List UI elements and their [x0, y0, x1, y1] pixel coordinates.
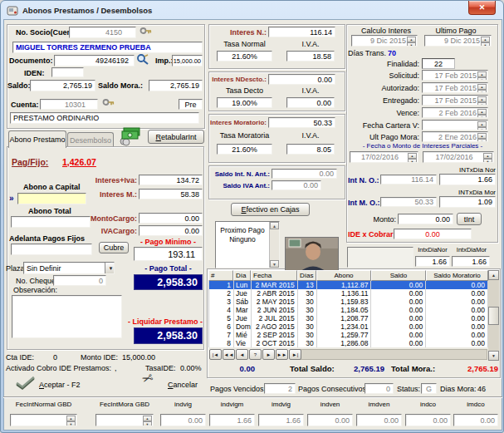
schedule-row[interactable]: 2Jue2 ABR 2015301,136.110.000.00: [209, 289, 488, 298]
spinner-buttons[interactable]: ▴▾: [483, 153, 492, 161]
ult-pago-mora-spinner[interactable]: 2 Ene 2016▴▾: [422, 131, 488, 142]
column-header[interactable]: Abono: [316, 270, 371, 281]
autorizado-spinner[interactable]: 17 Feb 2015▴▾: [422, 82, 488, 93]
parcial-fecha1-spinner[interactable]: 17/02/2016▴▾: [350, 151, 418, 163]
close-button[interactable]: ✕: [468, 1, 496, 15]
monto-cargo-field: 0.00: [139, 213, 203, 224]
imp-field[interactable]: 15,000.00: [172, 55, 203, 66]
vence-spinner[interactable]: 2 Feb 2016▴▾: [422, 107, 488, 118]
parcial-fecha2-spinner[interactable]: 17/02/2016▴▾: [423, 151, 494, 163]
entregado-spinner[interactable]: 17 Feb 2015▴▾: [422, 95, 488, 106]
cta-ide-value: 0: [41, 353, 57, 362]
search-key-icon[interactable]: [136, 53, 150, 66]
spinner-buttons[interactable]: ▴▾: [477, 96, 487, 104]
scroll-down-icon[interactable]: ▼: [270, 260, 279, 268]
retabular-button[interactable]: RetabularInt: [148, 130, 204, 144]
spinner-buttons[interactable]: ▴▾: [477, 109, 487, 116]
pago-total-box: 2,958.30: [134, 274, 203, 290]
column-header[interactable]: #: [208, 270, 233, 281]
scrollbar-thumb[interactable]: [488, 307, 499, 325]
indicator-field: 1.66: [258, 414, 304, 426]
tab-abono-prestamo[interactable]: Abono Prestamo: [8, 130, 66, 148]
spinner-buttons[interactable]: ▴▾: [477, 133, 487, 140]
check-icon[interactable]: [14, 375, 37, 391]
adelanta-input[interactable]: [11, 244, 92, 255]
indicator-field: 0.00: [356, 414, 402, 426]
iden-field[interactable]: [51, 67, 84, 77]
schedule-body[interactable]: 1Lun2 MAR 2015131,112.870.000.002Jue2 AB…: [208, 281, 488, 347]
monto-field[interactable]: 0.00: [398, 214, 453, 224]
column-header[interactable]: Fecha: [251, 270, 297, 281]
cubre-button[interactable]: Cubre: [99, 242, 129, 253]
calculo-interes-spinner[interactable]: 9 Dic 2015▴▾: [351, 35, 418, 47]
ultimo-pago-spinner[interactable]: 9 Dic 2015▴▾: [424, 35, 492, 47]
spinner-buttons[interactable]: ▴▾: [143, 416, 152, 425]
title-bar[interactable]: Abonos Prestamos / Desembolsos ✕: [1, 1, 503, 19]
saldo-iva-ant-label: Saldo IVA Ant.:: [205, 182, 270, 190]
schedule-cell: 8: [209, 339, 234, 347]
tint-button[interactable]: tInt: [457, 213, 482, 225]
schedule-row[interactable]: 6Dom2 AGO 2015301,234.010.000.00: [209, 322, 488, 331]
listbox-scrollbar[interactable]: ▲ ▼: [269, 222, 279, 268]
spinner-buttons[interactable]: ▴▾: [481, 37, 490, 45]
fecha-cartera-spinner[interactable]: ▴▾: [422, 120, 488, 130]
schedule-cell: 30: [298, 339, 317, 347]
schedule-vscrollbar[interactable]: ▲ ▼: [488, 270, 499, 361]
aceptar-button[interactable]: Aceptar - F2: [39, 381, 81, 389]
intxdia-nor-field: 1.66: [439, 174, 496, 185]
abono-capital-input[interactable]: [17, 193, 86, 204]
schedule-cell: 6: [209, 322, 234, 331]
proximo-pago-text: Proximo Pago Ninguno: [216, 226, 269, 244]
schedule-hscrollbar[interactable]: [298, 349, 487, 360]
spinner-buttons[interactable]: ▴▾: [407, 37, 416, 45]
grid-nav-button[interactable]: |◄: [209, 349, 222, 360]
abono-total-input[interactable]: [11, 216, 91, 228]
schedule-row[interactable]: 1Lun2 MAR 2015131,112.870.000.00: [209, 281, 488, 289]
documento-field[interactable]: 49246192: [54, 55, 135, 66]
fec-int-normal-spinner[interactable]: ▴▾: [10, 414, 77, 426]
cancelar-button[interactable]: Cancelar: [168, 381, 198, 389]
scroll-down-icon[interactable]: ▼: [488, 351, 499, 361]
grid-nav-button[interactable]: ►: [262, 349, 275, 360]
saldo-label: Saldo:: [7, 81, 31, 90]
interes-m-field: 58.38: [139, 189, 203, 199]
schedule-cell: 0.00: [371, 306, 426, 314]
grid-nav-button[interactable]: ?: [249, 349, 262, 360]
grid-nav-button[interactable]: ►|: [289, 349, 301, 360]
schedule-row[interactable]: 8Vie2 OCT 2015301,286.080.000.00: [209, 339, 488, 347]
column-header[interactable]: Saldo Moratorio: [426, 270, 488, 281]
spinner-buttons[interactable]: ▴▾: [477, 71, 487, 79]
no-cheque-field[interactable]: 0: [53, 275, 106, 286]
plaza-combobox[interactable]: Sin Definir ▼: [23, 262, 115, 274]
column-header[interactable]: Día: [233, 270, 251, 281]
schedule-row[interactable]: 3Sáb2 MAY 2015301,159.830.000.00: [209, 298, 488, 306]
fec-int-mora-spinner[interactable]: ▴▾: [95, 414, 154, 426]
indicator-field: 0.00: [405, 414, 451, 426]
scroll-up-icon[interactable]: ▲: [270, 222, 279, 229]
schedule-row[interactable]: 4Mar2 JUN 2015301,184.050.000.00: [209, 306, 488, 314]
chevron-down-icon[interactable]: ▼: [105, 263, 115, 273]
spinner-buttons[interactable]: ▴▾: [66, 416, 76, 425]
ult-pago-mora-label: Ult Pago Mora:: [348, 133, 419, 141]
grid-nav-button[interactable]: ◄: [236, 349, 248, 360]
key-icon[interactable]: [139, 26, 153, 36]
grid-nav-button[interactable]: ◄◄: [223, 349, 235, 360]
spinner-buttons[interactable]: ▴▾: [408, 153, 417, 161]
schedule-row[interactable]: 7Mié2 SEP 2015301,259.770.000.00: [209, 331, 488, 339]
observacion-input[interactable]: [12, 295, 122, 338]
efectivo-en-cajas-button[interactable]: Efectivo en Cajas: [231, 203, 310, 216]
schedule-row[interactable]: 5Jue2 JUL 2015301,208.770.000.00: [209, 314, 488, 322]
tab-desembolso[interactable]: Desembolso: [67, 132, 114, 147]
saldo-int-ant-field: 0.00: [272, 169, 337, 179]
grid-nav-button[interactable]: ►►: [276, 349, 288, 360]
finalidad-field[interactable]: 22: [422, 58, 455, 69]
column-header[interactable]: Días: [297, 270, 316, 281]
dias-trans-value: 70: [388, 49, 396, 57]
spinner-buttons[interactable]: ▴▾: [477, 121, 487, 129]
key-icon[interactable]: [102, 97, 115, 107]
solicitud-spinner[interactable]: 17 Feb 2015▴▾: [422, 70, 488, 81]
proximo-pago-listbox[interactable]: Proximo Pago Ninguno ▲ ▼: [215, 221, 280, 268]
column-header[interactable]: Saldo: [371, 270, 426, 281]
scroll-up-icon[interactable]: ▲: [488, 270, 499, 280]
spinner-buttons[interactable]: ▴▾: [477, 84, 487, 91]
